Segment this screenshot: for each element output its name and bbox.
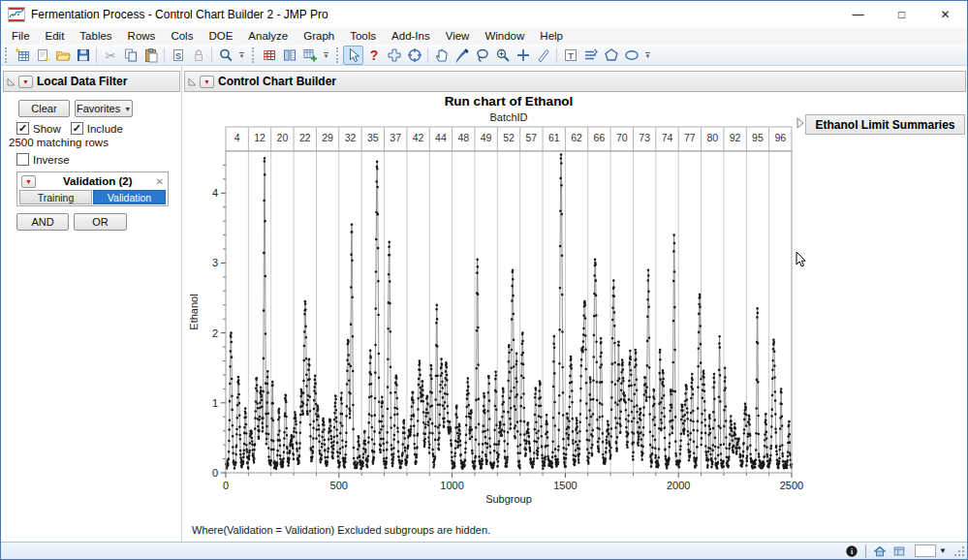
svg-text:42: 42 bbox=[413, 132, 424, 143]
validation-filter-box: ▼ Validation (2) ✕ TrainingValidation bbox=[16, 171, 169, 206]
and-button[interactable]: AND bbox=[16, 213, 69, 231]
close-button[interactable]: ✕ bbox=[923, 1, 967, 28]
collapse-triangle-icon[interactable] bbox=[6, 77, 16, 87]
minimize-button[interactable]: — bbox=[836, 1, 880, 28]
svg-text:22: 22 bbox=[299, 132, 311, 143]
include-checkbox[interactable]: ✓ bbox=[71, 122, 83, 135]
polygon-tool-icon[interactable] bbox=[601, 46, 621, 65]
cut-icon[interactable]: ✂ bbox=[100, 46, 120, 65]
toolbar-drag-handle[interactable] bbox=[5, 47, 9, 63]
copy-icon[interactable] bbox=[120, 46, 141, 65]
local-data-filter-header[interactable]: ▼ Local Data Filter bbox=[3, 71, 180, 92]
menu-item-file[interactable]: File bbox=[4, 28, 38, 45]
svg-text:1: 1 bbox=[212, 397, 218, 409]
svg-text:20: 20 bbox=[277, 132, 289, 143]
or-button[interactable]: OR bbox=[74, 213, 127, 231]
collapse-triangle-icon[interactable] bbox=[187, 77, 198, 87]
menu-item-graph[interactable]: Graph bbox=[296, 28, 342, 45]
red-triangle-menu-icon[interactable]: ▼ bbox=[200, 76, 214, 88]
svg-text:49: 49 bbox=[481, 132, 492, 143]
menu-item-analyze[interactable]: Analyze bbox=[240, 28, 296, 45]
menu-item-tools[interactable]: Tools bbox=[342, 28, 384, 45]
new-window-icon[interactable] bbox=[32, 46, 52, 65]
clear-button[interactable]: Clear bbox=[18, 100, 70, 117]
menu-item-doe[interactable]: DOE bbox=[201, 28, 240, 45]
arrow-tool-icon[interactable] bbox=[343, 46, 363, 65]
eraser-tool-icon[interactable] bbox=[533, 46, 553, 65]
crosshair-tool-icon[interactable] bbox=[513, 46, 533, 65]
inverse-checkbox[interactable] bbox=[16, 153, 29, 166]
lasso-tool-icon[interactable] bbox=[472, 46, 492, 65]
columns-viewer-icon[interactable] bbox=[279, 46, 299, 65]
journal-icon[interactable]: S bbox=[168, 46, 188, 65]
svg-text:62: 62 bbox=[571, 132, 582, 143]
window-selector-caret-icon[interactable]: ▼ bbox=[939, 546, 947, 555]
svg-text:74: 74 bbox=[662, 132, 673, 143]
validation-close-icon[interactable]: ✕ bbox=[156, 176, 164, 187]
status-bar: i ▼ bbox=[1, 542, 967, 559]
menu-item-help[interactable]: Help bbox=[532, 28, 571, 45]
magnifier-tool-icon[interactable] bbox=[492, 46, 513, 65]
search-icon[interactable] bbox=[215, 46, 235, 65]
menu-item-tables[interactable]: Tables bbox=[72, 28, 119, 45]
toolbar-overflow-icon[interactable]: ▼ bbox=[322, 47, 330, 64]
favorites-caret-icon: ▼ bbox=[124, 106, 131, 112]
red-triangle-menu-icon[interactable]: ▼ bbox=[18, 76, 33, 88]
toolbar-drag-handle[interactable] bbox=[252, 47, 256, 63]
menu-item-edit[interactable]: Edit bbox=[38, 28, 73, 45]
show-checkbox[interactable]: ✓ bbox=[16, 122, 29, 135]
validation-filter-title: Validation (2) bbox=[40, 175, 156, 187]
favorites-button[interactable]: Favorites ▼ bbox=[75, 100, 133, 117]
save-icon[interactable] bbox=[73, 46, 93, 65]
filter-option-training[interactable]: Training bbox=[19, 190, 92, 204]
menu-item-view[interactable]: View bbox=[438, 28, 478, 45]
home-icon[interactable] bbox=[872, 544, 888, 559]
favorites-label: Favorites bbox=[77, 103, 120, 114]
title-bar[interactable]: Fermentation Process - Control Chart Bui… bbox=[1, 1, 967, 28]
menu-bar: FileEditTablesRowsColsDOEAnalyzeGraphToo… bbox=[1, 28, 967, 45]
svg-text:29: 29 bbox=[322, 132, 333, 143]
help-tool-icon[interactable]: ? bbox=[363, 46, 384, 65]
menu-item-cols[interactable]: Cols bbox=[163, 28, 201, 45]
menu-item-addins[interactable]: Add-Ins bbox=[384, 28, 438, 45]
paste-icon[interactable] bbox=[141, 46, 161, 65]
data-table-icon[interactable] bbox=[259, 46, 279, 65]
filter-option-validation[interactable]: Validation bbox=[93, 190, 166, 204]
menu-item-rows[interactable]: Rows bbox=[120, 28, 164, 45]
lock-icon[interactable] bbox=[188, 46, 208, 65]
move-tool-icon[interactable] bbox=[384, 46, 404, 65]
annotate-tool-icon[interactable]: T bbox=[560, 46, 580, 65]
open-file-icon[interactable] bbox=[52, 46, 73, 65]
oval-tool-icon[interactable] bbox=[621, 46, 641, 65]
grabber-tool-icon[interactable] bbox=[431, 46, 452, 65]
toolbar-overflow-icon[interactable]: ▼ bbox=[237, 47, 246, 64]
validation-red-triangle-icon[interactable]: ▼ bbox=[21, 175, 36, 188]
window-list-icon[interactable] bbox=[891, 544, 907, 559]
svg-text:T: T bbox=[568, 50, 574, 60]
batchid-axis-label: BatchID bbox=[226, 111, 792, 123]
limit-summaries-disclosure-icon[interactable] bbox=[796, 117, 805, 129]
svg-text:44: 44 bbox=[435, 132, 447, 143]
control-chart-builder-header[interactable]: ▼ Control Chart Builder bbox=[184, 71, 966, 92]
target-tool-icon[interactable] bbox=[404, 46, 424, 65]
svg-text:0: 0 bbox=[212, 467, 218, 479]
line-tool-icon[interactable] bbox=[580, 46, 601, 65]
show-label: Show bbox=[33, 123, 61, 135]
brush-tool-icon[interactable] bbox=[452, 46, 472, 65]
resize-grip[interactable] bbox=[952, 544, 966, 558]
toolbar-overflow-icon[interactable]: ▼ bbox=[643, 47, 652, 64]
svg-text:12: 12 bbox=[254, 132, 265, 143]
toolbar-separator bbox=[556, 47, 557, 63]
svg-text:80: 80 bbox=[706, 132, 718, 143]
toolbar-separator bbox=[211, 47, 212, 63]
table-add-icon[interactable] bbox=[299, 46, 320, 65]
toolbar-drag-handle[interactable] bbox=[336, 47, 340, 63]
new-data-table-icon[interactable] bbox=[12, 46, 32, 65]
validation-options: TrainingValidation bbox=[17, 190, 168, 204]
menu-item-window[interactable]: Window bbox=[477, 28, 532, 45]
maximize-button[interactable]: □ bbox=[880, 1, 923, 28]
window-selector-box[interactable] bbox=[915, 544, 936, 557]
info-icon[interactable]: i bbox=[844, 544, 859, 559]
ethanol-limit-summaries-header[interactable]: Ethanol Limit Summaries bbox=[805, 114, 965, 135]
run-chart[interactable]: 4122022293235374244484952576162667073747… bbox=[182, 125, 968, 542]
